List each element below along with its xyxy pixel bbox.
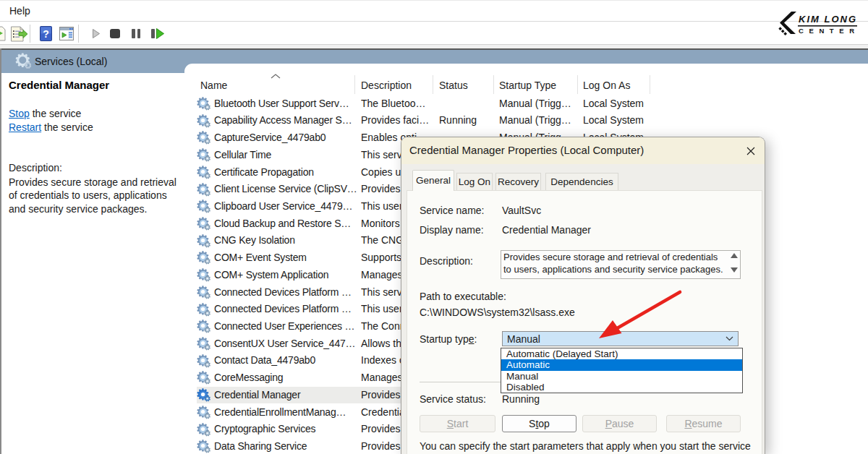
svg-text:?: ? <box>43 28 49 40</box>
svg-text:KIM LONG: KIM LONG <box>799 14 857 25</box>
svg-text:CENTER: CENTER <box>799 27 860 35</box>
